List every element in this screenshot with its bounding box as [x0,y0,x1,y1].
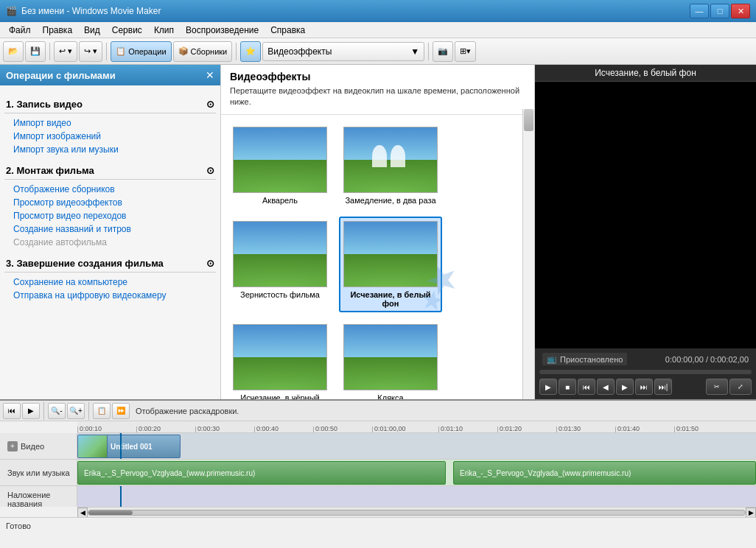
preview-time: 0:00:00,00 / 0:00:02,00 [665,355,749,364]
tl-zoom-out-button[interactable]: 🔍- [48,403,66,419]
send-camera[interactable]: Отправка на цифровую видеокамеру [4,289,216,302]
section-1-collapse-icon[interactable]: ⊙ [206,99,214,110]
menu-view[interactable]: Вид [78,24,106,37]
maximize-button[interactable]: □ [710,4,729,18]
scroll-left-button[interactable]: ◀ [77,507,88,518]
effect-fadewhite-thumb: ★ ★ [343,221,438,287]
show-collections[interactable]: Отображение сборников [4,183,216,196]
effects-dropdown-label: Видеоэффекты [267,46,332,57]
audio-track-body[interactable]: Erika_-_S_Pervogo_Vzglyada_(www.primemus… [77,460,756,485]
storyboard-button[interactable]: 📋 [93,403,111,419]
effect-watercolor-label: Акварель [262,196,298,205]
collections-tab[interactable]: 📦 Сборники [173,41,233,62]
effects-tab[interactable]: ⭐ [240,41,261,62]
section-2-title: 2. Монтаж фильма [6,165,94,176]
operations-tab[interactable]: 📋 Операции [111,41,171,62]
effects-scrollbar[interactable] [522,109,534,399]
effects-dropdown[interactable]: Видеоэффекты ▼ [262,42,424,61]
menu-playback[interactable]: Воспроизведение [180,24,265,37]
app-icon: 🎬 [6,6,17,16]
sep4 [428,43,429,60]
sky-bg5 [234,325,326,360]
preview-status-label: Приостановлено [560,355,623,364]
end-button[interactable]: ⏭| [654,379,672,395]
redo-button[interactable]: ↪ ▾ [79,41,102,62]
menu-clip[interactable]: Клип [148,24,180,37]
timeline-scrollbar: ◀ ▶ [77,507,756,517]
menu-service[interactable]: Сервис [106,24,148,37]
tl-extra-button[interactable]: ⏩ [112,403,130,419]
view-effects[interactable]: Просмотр видеоэффектов [4,196,216,209]
fullscreen-button[interactable]: ⤢ [729,379,752,395]
hill-bg6 [344,357,437,390]
operations-icon: 📋 [116,46,126,56]
tl-rewind-button[interactable]: ⏮ [3,403,21,419]
import-images[interactable]: Импорт изображений [4,130,216,143]
audio-clip-2[interactable]: Erika_-_S_Pervogo_Vzglyada_(www.primemus… [453,461,756,485]
overlay-track-body[interactable] [77,486,756,507]
menu-edit[interactable]: Правка [37,24,79,37]
tl-zoom-in-button[interactable]: 🔍+ [67,403,85,419]
panel-close-button[interactable]: ✕ [206,69,214,81]
split-button[interactable]: ✂ [706,379,728,395]
view-button[interactable]: 📷 [433,41,453,62]
preview-controls: 📺 Приостановлено 0:00:00,00 / 0:00:02,00… [535,348,756,399]
tl-play-button[interactable]: ▶ [22,403,40,419]
timeline-content: 0:00:10 0:00:20 0:00:30 0:00:40 0:00:50 … [0,421,756,517]
menu-file[interactable]: Файл [3,24,37,37]
view-transitions[interactable]: Просмотр видео переходов [4,209,216,222]
play-button[interactable]: ▶ [539,379,557,395]
section-2-collapse-icon[interactable]: ⊙ [206,165,214,176]
effect-slowdown-thumb [343,127,438,193]
import-audio[interactable]: Импорт звука или музыки [4,143,216,156]
effect-grain-label: Зернистость фильма [240,290,320,299]
save-computer[interactable]: Сохранение на компьютере [4,275,216,289]
create-titles[interactable]: Создание названий и титров [4,222,216,236]
grid-button[interactable]: ⊞▾ [455,41,476,62]
video-add-icon[interactable]: + [7,441,18,452]
effects-grid: Акварель Замедление, в два раза [221,115,534,399]
ruler-mark-9: 0:01:40 [615,426,640,432]
video-track-body[interactable]: Untitled 001 [77,433,756,459]
effect-fadewhite-label: Исчезание, в белый фон [343,290,438,308]
collections-label: Сборники [191,47,228,56]
ruler-mark-3: 0:00:40 [254,426,279,432]
video-clip-untitled[interactable]: Untitled 001 [77,435,181,458]
section-3-collapse-icon[interactable]: ⊙ [206,258,214,269]
next-frame-button[interactable]: ▶ [616,379,634,395]
open-button[interactable]: 📂 [3,41,24,62]
minimize-button[interactable]: — [690,4,709,18]
scroll-track[interactable] [88,510,746,516]
effect-slowdown[interactable]: Замедление, в два раза [339,122,442,209]
ruler-mark-5: 0:01:00,00 [372,426,406,432]
scroll-right-button[interactable]: ▶ [746,507,756,518]
effect-blob[interactable]: Клякса [339,320,442,399]
prev-button[interactable]: ⏮ [578,379,595,395]
next-button[interactable]: ⏭ [635,379,653,395]
operations-label: Операции [128,47,166,56]
sky-bg6 [344,325,437,360]
panel-title: Операции с фильмами [6,70,116,81]
preview-seekbar[interactable] [539,370,752,374]
effects-panel: Видеоэффекты Перетащите видеоэффект на в… [221,65,535,399]
save-button[interactable]: 💾 [25,41,46,62]
ruler-mark-1: 0:00:20 [136,426,161,432]
effect-grain[interactable]: Зернистость фильма [228,217,332,312]
audio-clip-1[interactable]: Erika_-_S_Pervogo_Vzglyada_(www.primemus… [77,461,446,485]
import-video[interactable]: Импорт видео [4,116,216,130]
undo-button[interactable]: ↩ ▾ [54,41,77,62]
preview-status: 📺 Приостановлено 0:00:00,00 / 0:00:02,00 [539,351,752,367]
close-button[interactable]: ✕ [731,4,750,18]
prev-frame-button[interactable]: ◀ [597,379,615,395]
effects-description: Перетащите видеоэффект на видеоклип на ш… [230,85,525,108]
scroll-thumb-effects [524,109,533,131]
section-1-header: 1. Запись видео ⊙ [4,96,216,113]
stop-button[interactable]: ■ [559,379,576,395]
effect-fadewhite[interactable]: ★ ★ Исчезание, в белый фон [339,217,442,312]
effect-watercolor[interactable]: Акварель [228,122,332,209]
effect-fadeblack[interactable]: Исчезание, в чёрный [228,320,332,399]
audio-label-text: Звук или музыка [7,468,70,477]
menu-help[interactable]: Справка [265,24,311,37]
left-panel: Операции с фильмами ✕ 1. Запись видео ⊙ … [0,65,221,399]
section-3-title: 3. Завершение создания фильма [6,258,164,269]
